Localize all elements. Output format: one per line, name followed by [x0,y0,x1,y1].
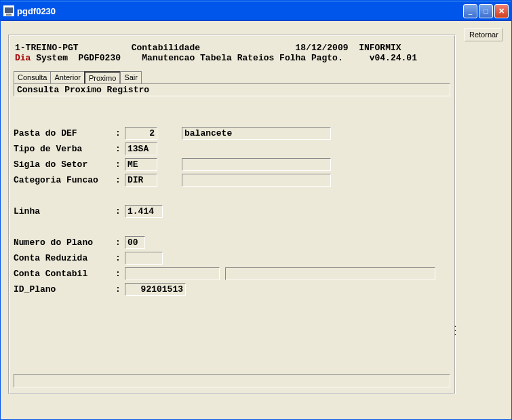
field-conta-contab-2[interactable] [225,267,435,280]
field-conta-contab-1[interactable] [125,267,220,280]
right-panel: Retornar [465,28,505,41]
field-num-plano[interactable]: 00 [125,236,145,249]
label-conta-contab: Conta Contabil [14,269,115,279]
titlebar[interactable]: pgdf0230 _ □ ✕ [1,1,511,21]
app-icon [3,5,14,16]
field-sigla-setor-desc[interactable] [182,158,331,171]
tab-consulta[interactable]: Consulta [14,71,51,83]
tab-sair[interactable]: Sair [120,71,142,83]
label-pasta-def: Pasta do DEF [14,128,115,138]
field-tipo-verba[interactable]: 13SA [125,142,157,155]
label-conta-reduz: Conta Reduzida [14,253,115,263]
row-tipo-verba: Tipo de Verba : 13SA [14,141,450,157]
row-sigla-setor: Sigla do Setor : ME [14,157,450,172]
window-title: pgdf0230 [17,6,463,16]
field-pasta-def-desc[interactable]: balancete [182,127,331,140]
label-linha: Linha [14,206,115,216]
row-linha: Linha : 1.414 [14,204,450,219]
field-cat-funcao-desc[interactable] [182,174,331,187]
field-pasta-def[interactable]: 2 [125,127,157,140]
row-num-plano: Numero do Plano : 00 [14,235,450,250]
field-conta-reduz[interactable] [125,252,163,265]
tab-proximo[interactable]: Proximo [84,71,121,83]
field-sigla-setor[interactable]: ME [125,158,157,171]
field-linha[interactable]: 1.414 [125,205,163,218]
tab-anterior[interactable]: Anterior [50,71,85,83]
app-window: pgdf0230 _ □ ✕ Retornar 1-TREINO-PGT Con… [0,0,512,420]
main-frame: 1-TREINO-PGT Contabilidade 18/12/2009 IN… [8,35,456,394]
form-area: Pasta do DEF : 2 balancete Tipo de Verba… [9,96,454,301]
status-bar [14,374,450,387]
field-cat-funcao[interactable]: DIR [125,174,157,187]
label-num-plano: Numero do Plano [14,237,115,248]
maximize-button[interactable]: □ [479,4,493,18]
label-sigla-setor: Sigla do Setor [14,159,115,170]
row-cat-funcao: Categoria Funcao : DIR [14,172,450,188]
tabs-row: Consulta Anterior Proximo Sair [9,66,454,83]
row-conta-contab: Conta Contabil : [14,266,450,282]
label-tipo-verba: Tipo de Verba [14,144,115,154]
resize-grip: ... [453,323,458,335]
minimize-button[interactable]: _ [463,4,477,18]
sub-bar: Consulta Proximo Registro [14,83,450,96]
close-button[interactable]: ✕ [494,4,509,18]
header-block: 1-TREINO-PGT Contabilidade 18/12/2009 IN… [9,36,454,66]
label-id-plano: ID_Plano [14,284,115,294]
row-pasta-def: Pasta do DEF : 2 balancete [14,126,450,141]
retornar-button[interactable]: Retornar [465,28,503,41]
field-id-plano[interactable]: 92101513 [125,283,186,296]
row-conta-reduz: Conta Reduzida : [14,250,450,266]
client-area: Retornar 1-TREINO-PGT Contabilidade 18/1… [3,21,509,417]
label-cat-funcao: Categoria Funcao [14,175,115,185]
row-id-plano: ID_Plano : 92101513 [14,282,450,297]
